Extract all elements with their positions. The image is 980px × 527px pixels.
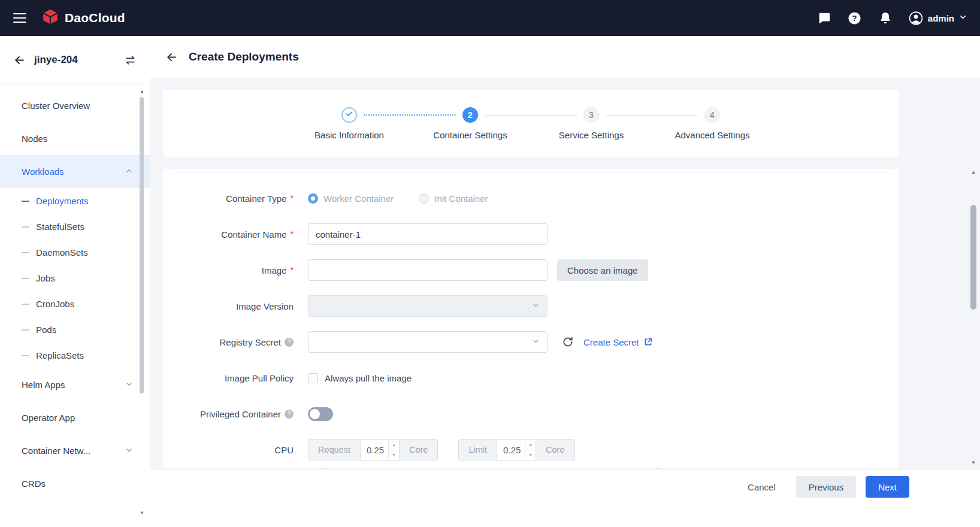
sidebar-item-helm-apps[interactable]: Helm Apps bbox=[0, 368, 150, 401]
sidebar-item-operator-app[interactable]: Operator App bbox=[0, 401, 150, 434]
field-label: Image Version bbox=[236, 301, 294, 311]
menu-hamburger-icon[interactable] bbox=[13, 13, 26, 23]
sidebar-item-cronjobs[interactable]: CronJobs bbox=[0, 291, 150, 317]
main-area: Create Deployments Basic Information 2 bbox=[150, 36, 980, 527]
sidebar-item-nodes[interactable]: Nodes bbox=[0, 122, 150, 155]
radio-checked-icon bbox=[308, 193, 318, 204]
switch-cluster-icon[interactable] bbox=[124, 54, 137, 66]
chevron-down-icon bbox=[532, 301, 540, 311]
step-up-icon[interactable]: ▲ bbox=[389, 440, 399, 450]
chevron-up-icon bbox=[125, 166, 133, 177]
cpu-unit-label: Core bbox=[536, 439, 574, 461]
scroll-up-icon[interactable]: ▲ bbox=[140, 89, 144, 96]
scrollbar-thumb[interactable] bbox=[140, 97, 144, 393]
sidebar-item-container-network[interactable]: Container Netw... bbox=[0, 434, 150, 467]
previous-button[interactable]: Previous bbox=[796, 476, 856, 498]
step-container-settings[interactable]: 2 Container Settings bbox=[410, 107, 531, 140]
image-version-select[interactable] bbox=[308, 295, 548, 317]
scrollbar-thumb[interactable] bbox=[970, 205, 976, 310]
cancel-button[interactable]: Cancel bbox=[739, 476, 784, 498]
cpu-row: CPU Request ▲ ▼ bbox=[176, 439, 899, 461]
scroll-down-icon[interactable]: ▼ bbox=[140, 510, 144, 517]
notifications-bell-icon[interactable] bbox=[878, 11, 893, 25]
sidebar-item-crds[interactable]: CRDs bbox=[0, 467, 150, 500]
step-basic-information[interactable]: Basic Information bbox=[289, 107, 410, 140]
cpu-limit-input[interactable] bbox=[497, 440, 525, 460]
cpu-request-label: Request bbox=[308, 439, 360, 461]
field-label: Image Pull Policy bbox=[225, 373, 294, 383]
chevron-down-icon bbox=[959, 13, 967, 23]
sidebar-item-replicasets[interactable]: ReplicaSets bbox=[0, 343, 150, 368]
help-tooltip-icon[interactable]: ? bbox=[285, 338, 294, 347]
choose-image-button[interactable]: Choose an image bbox=[557, 259, 648, 281]
cpu-request-input[interactable] bbox=[361, 440, 388, 460]
refresh-icon[interactable] bbox=[562, 336, 574, 348]
sidebar-scrollbar[interactable]: ▲ ▼ bbox=[139, 89, 145, 517]
field-label: Container Type bbox=[226, 193, 286, 204]
sidebar-item-cluster-overview[interactable]: Cluster Overview bbox=[0, 89, 150, 122]
chevron-down-icon bbox=[532, 337, 540, 347]
cpu-request-group: Request ▲ ▼ Core bbox=[308, 439, 438, 461]
svg-text:?: ? bbox=[852, 14, 857, 23]
check-icon bbox=[345, 110, 353, 120]
sidebar-item-jobs[interactable]: Jobs bbox=[0, 265, 150, 291]
content-scrollbar[interactable]: ▲ ▼ bbox=[969, 168, 978, 467]
topbar-actions: ? admin bbox=[817, 11, 967, 25]
dash-icon bbox=[22, 304, 29, 305]
radio-init-container[interactable]: Init Container bbox=[419, 193, 488, 204]
external-link-icon[interactable] bbox=[643, 337, 653, 347]
sidebar-item-daemonsets[interactable]: DaemonSets bbox=[0, 240, 150, 265]
field-label: Image bbox=[262, 265, 287, 275]
app-window: DaoCloud ? admin bbox=[0, 0, 980, 527]
daocloud-logo-icon bbox=[42, 8, 59, 28]
cpu-hint-text: Set this parameter according to real dem… bbox=[322, 465, 899, 468]
chat-icon[interactable] bbox=[817, 11, 831, 25]
next-button[interactable]: Next bbox=[866, 476, 909, 498]
brand-logo[interactable]: DaoCloud bbox=[42, 8, 125, 28]
scroll-down-icon[interactable]: ▼ bbox=[971, 459, 976, 467]
step-advanced-settings[interactable]: 4 Advanced Settings bbox=[652, 107, 773, 140]
cluster-name: jinye-204 bbox=[34, 54, 116, 66]
brand-name: DaoCloud bbox=[65, 11, 125, 25]
dash-icon bbox=[22, 252, 29, 253]
required-asterisk: * bbox=[291, 229, 294, 239]
cpu-limit-group: Limit ▲ ▼ Core bbox=[458, 439, 574, 461]
scroll-up-icon[interactable]: ▲ bbox=[971, 168, 976, 176]
image-input[interactable] bbox=[308, 259, 548, 281]
sidebar-item-deployments[interactable]: Deployments bbox=[0, 188, 150, 214]
sidebar-header: jinye-204 bbox=[0, 36, 150, 84]
step-down-icon[interactable]: ▼ bbox=[525, 450, 536, 461]
back-arrow-icon[interactable] bbox=[13, 54, 26, 66]
avatar-icon bbox=[909, 11, 923, 25]
privileged-container-row: Privileged Container? bbox=[176, 403, 899, 425]
back-arrow-icon[interactable] bbox=[165, 51, 178, 63]
help-tooltip-icon[interactable]: ? bbox=[285, 410, 294, 419]
chevron-down-icon bbox=[125, 380, 133, 390]
sidebar: jinye-204 Cluster Overview Nodes Workloa… bbox=[0, 36, 150, 527]
registry-secret-select[interactable] bbox=[308, 331, 548, 353]
create-secret-link[interactable]: Create Secret bbox=[583, 337, 639, 347]
privileged-toggle[interactable] bbox=[308, 407, 333, 421]
required-asterisk: * bbox=[291, 265, 294, 275]
container-name-input[interactable] bbox=[308, 223, 548, 245]
image-row: Image* Choose an image bbox=[176, 259, 899, 281]
radio-worker-container[interactable]: Worker Container bbox=[308, 193, 394, 204]
toggle-knob bbox=[310, 409, 320, 419]
always-pull-checkbox[interactable] bbox=[308, 373, 318, 383]
sidebar-item-pods[interactable]: Pods bbox=[0, 317, 150, 343]
wizard-footer: Cancel Previous Next bbox=[150, 470, 980, 527]
number-stepper: ▲ ▼ bbox=[388, 440, 399, 460]
sidebar-item-statefulsets[interactable]: StatefulSets bbox=[0, 214, 150, 240]
user-menu[interactable]: admin bbox=[909, 11, 967, 25]
field-label: Container Name bbox=[221, 229, 286, 240]
help-icon[interactable]: ? bbox=[848, 11, 862, 25]
step-up-icon[interactable]: ▲ bbox=[525, 440, 536, 450]
topbar: DaoCloud ? admin bbox=[0, 0, 980, 36]
step-service-settings[interactable]: 3 Service Settings bbox=[531, 107, 652, 140]
divider bbox=[176, 172, 885, 173]
step-pending-circle: 4 bbox=[704, 107, 720, 123]
step-down-icon[interactable]: ▼ bbox=[389, 450, 399, 461]
checkbox-label: Always pull the image bbox=[325, 373, 412, 383]
sidebar-item-workloads[interactable]: Workloads bbox=[0, 155, 150, 188]
step-active-circle: 2 bbox=[462, 107, 478, 123]
